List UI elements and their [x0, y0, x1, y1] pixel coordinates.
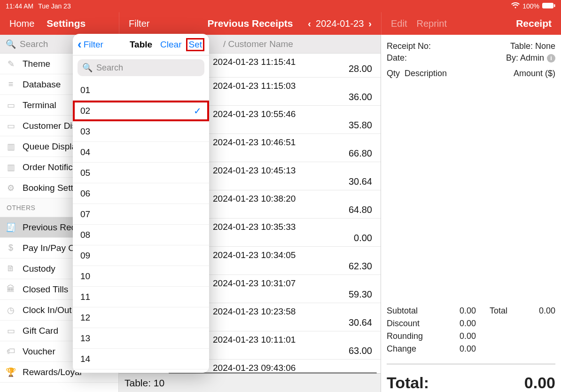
checkmark-icon: ✓: [194, 105, 202, 117]
discount-value: 0.00: [448, 319, 476, 329]
popover-option[interactable]: 04: [73, 142, 209, 163]
popover-option[interactable]: 12: [73, 307, 209, 328]
popover-option[interactable]: 10: [73, 266, 209, 287]
popover-option-label: 13: [80, 333, 90, 344]
subtotal-value: 0.00: [448, 306, 476, 316]
date-prev-button[interactable]: ‹: [308, 18, 311, 29]
receipt-row-amount: 62.30: [349, 261, 372, 274]
chevron-left-icon: [78, 39, 82, 50]
receipt-by-label: By: Admin: [506, 53, 544, 63]
date-display[interactable]: 2024-01-23: [316, 18, 364, 29]
svg-rect-1: [554, 4, 555, 7]
popover-option[interactable]: 01: [73, 80, 209, 101]
popover-clear-button[interactable]: Clear: [160, 39, 181, 50]
status-date: Tue Jan 23: [38, 2, 71, 10]
sidebar-item-label: Booking Settin: [23, 183, 80, 193]
settings-title: Settings: [47, 18, 86, 29]
popover-option-label: 08: [80, 230, 90, 240]
notification-icon: ▥: [6, 162, 16, 172]
popover-option[interactable]: 07: [73, 204, 209, 225]
receipt-row-datetime: 2024-01-23 09:43:06: [213, 360, 296, 373]
popover-option-label: 12: [80, 313, 90, 323]
subtotal-label: Subtotal: [387, 306, 448, 316]
sidebar-item-label: Theme: [23, 59, 50, 69]
popover-option-label: 05: [80, 168, 90, 178]
receipt-row-amount: 59.30: [349, 289, 372, 303]
battery-pct: 100%: [522, 2, 539, 10]
popover-search[interactable]: 🔍 Search: [78, 59, 204, 76]
receipt-row-amount: 30.64: [349, 317, 372, 331]
status-strip: Table: 10: [119, 373, 381, 392]
popover-option[interactable]: 11: [73, 287, 209, 307]
total-value: 0.00: [527, 306, 555, 316]
total-label: Total: [490, 306, 527, 316]
change-value: 0.00: [448, 344, 476, 354]
col-qty: Qty: [387, 69, 400, 78]
receipt-row-datetime: 2024-01-23 10:45:13: [213, 162, 296, 176]
home-button[interactable]: Home: [9, 18, 34, 29]
search-icon: 🔍: [6, 39, 16, 49]
receipt-row-datetime: 2024-01-23 10:35:33: [213, 219, 296, 232]
display-icon: ▭: [6, 121, 16, 131]
receipt-row-datetime: 2024-01-23 10:31:07: [213, 275, 296, 289]
info-icon[interactable]: i: [547, 54, 555, 63]
sidebar-item-label: Custody: [23, 264, 55, 274]
terminal-icon: ▭: [6, 100, 16, 110]
date-next-button[interactable]: ›: [368, 18, 372, 29]
receipt-row-datetime: 2024-01-23 11:15:03: [213, 78, 296, 91]
sidebar-item-label: Clock In/Out: [23, 305, 72, 315]
rounding-label: Rounding: [387, 331, 448, 341]
sidebar-item-label: Voucher: [23, 346, 55, 357]
status-bar: 11:44 AM Tue Jan 23 100%: [0, 0, 561, 12]
col-desc: Description: [405, 69, 447, 78]
popover-set-button[interactable]: Set: [186, 38, 204, 51]
popover-option[interactable]: 03: [73, 121, 209, 142]
popover-option[interactable]: 14: [73, 349, 209, 369]
grand-total-value: 0.00: [524, 374, 555, 392]
popover-title: Table: [130, 39, 152, 50]
popover-option-label: 01: [80, 85, 90, 95]
receipt-row-amount: 64.80: [349, 204, 372, 218]
receipt-row-amount: 28.00: [349, 63, 372, 77]
receipt-row-datetime: 2024-01-23 10:34:05: [213, 247, 296, 260]
tag-icon: 🏷: [6, 346, 16, 356]
edit-button[interactable]: Edit: [391, 18, 407, 29]
receipt-row-datetime: 2024-01-23 11:15:41: [213, 54, 296, 67]
popover-option-label: 02: [80, 106, 90, 116]
sidebar-item-label: Terminal: [23, 100, 56, 110]
popover-option-label: 06: [80, 188, 90, 199]
popover-option[interactable]: 09: [73, 245, 209, 266]
gift-icon: ▭: [6, 326, 16, 336]
popover-option-label: 11: [80, 292, 90, 302]
popover-back-button[interactable]: Filter: [78, 39, 103, 50]
sidebar-item-label: Database: [23, 79, 61, 90]
database-icon: ≡: [6, 79, 16, 89]
filter-button[interactable]: Filter: [129, 18, 149, 29]
popover-option[interactable]: 13: [73, 328, 209, 349]
theme-icon: ✎: [6, 59, 16, 69]
receipt-row-amount: 35.80: [349, 120, 372, 133]
sidebar-item-label: Closed Tills: [23, 284, 68, 295]
popover-option[interactable]: 05: [73, 163, 209, 183]
change-label: Change: [387, 344, 448, 354]
sidebar-item-label: Rewards/Loyal: [23, 367, 82, 377]
receipt-tab[interactable]: Receipt: [516, 18, 552, 29]
popover-option-label: 09: [80, 251, 90, 261]
popover-option[interactable]: 06: [73, 183, 209, 204]
receipt-search-placeholder: / Customer Name: [223, 39, 293, 49]
popover-option-label: 03: [80, 126, 90, 137]
cash-icon: $: [6, 243, 16, 253]
popover-option-label: 10: [80, 271, 90, 282]
search-icon: 🔍: [82, 63, 93, 73]
receipt-row-amount: 30.64: [349, 176, 372, 190]
popover-option[interactable]: 02✓: [73, 101, 209, 121]
popover-option-label: 07: [80, 209, 90, 220]
reprint-button[interactable]: Reprint: [416, 18, 446, 29]
receipt-date-label: Date:: [387, 53, 407, 63]
battery-icon: [542, 2, 555, 10]
popover-option[interactable]: 15: [73, 369, 209, 373]
filter-table-popover: Filter Table Clear Set 🔍 Search 0102✓030…: [73, 34, 209, 373]
popover-option[interactable]: 08: [73, 225, 209, 245]
receipt-icon: 🧾: [6, 222, 16, 233]
till-icon: 🏛: [6, 284, 16, 294]
